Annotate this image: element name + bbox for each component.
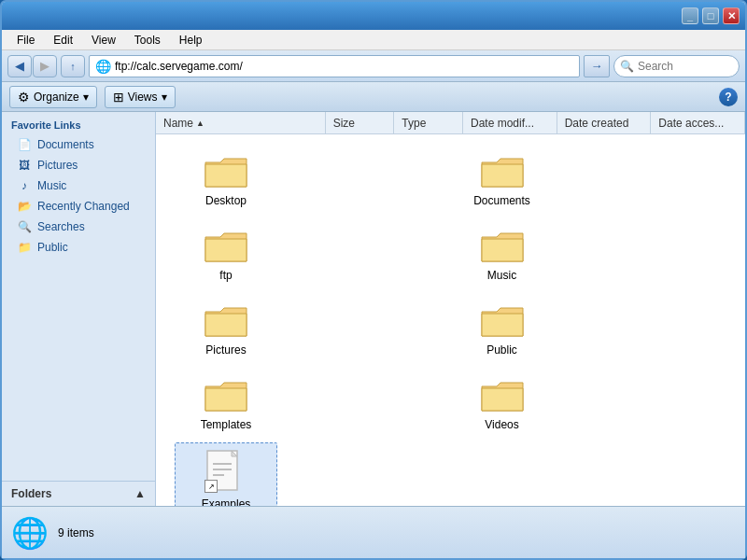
menu-edit[interactable]: Edit bbox=[46, 32, 80, 49]
folder-icon-ftp bbox=[204, 230, 248, 265]
sidebar-item-recently-changed[interactable]: 📂 Recently Changed bbox=[2, 196, 155, 217]
organize-button[interactable]: ⚙ Organize ▾ bbox=[9, 86, 97, 108]
sidebar-label-recently-changed: Recently Changed bbox=[37, 200, 130, 213]
file-label-examples: Examples bbox=[202, 497, 251, 506]
folder-icon-music bbox=[480, 230, 525, 265]
sidebar-item-documents[interactable]: 📄 Documents bbox=[2, 134, 155, 155]
col-header-accessed[interactable]: Date acces... bbox=[651, 112, 745, 133]
search-icon: 🔍 bbox=[620, 60, 634, 73]
public-icon: 📁 bbox=[17, 240, 32, 255]
close-button[interactable]: ✕ bbox=[723, 7, 740, 24]
file-item-public[interactable]: Public bbox=[451, 293, 554, 368]
status-globe-icon: 🌐 bbox=[11, 515, 49, 551]
views-icon: ⊞ bbox=[113, 90, 124, 105]
views-arrow: ▾ bbox=[162, 91, 167, 104]
address-icon: 🌐 bbox=[95, 59, 111, 74]
col-header-modified[interactable]: Date modif... bbox=[463, 112, 557, 133]
folders-label: Folders bbox=[11, 487, 51, 500]
views-label: Views bbox=[128, 91, 158, 104]
file-label-templates: Templates bbox=[201, 418, 252, 431]
sidebar-label-pictures: Pictures bbox=[37, 159, 78, 172]
file-item-ftp[interactable]: ftp bbox=[175, 218, 277, 293]
folder-icon-pictures bbox=[204, 304, 248, 340]
menu-view[interactable]: View bbox=[84, 32, 123, 49]
file-label-pictures: Pictures bbox=[205, 343, 246, 357]
organize-arrow: ▾ bbox=[83, 91, 89, 104]
toolbar: ⚙ Organize ▾ ⊞ Views ▾ ? bbox=[2, 82, 745, 112]
folders-header[interactable]: Folders ▲ bbox=[2, 482, 155, 506]
go-button[interactable]: → bbox=[584, 55, 610, 77]
file-label-ftp: ftp bbox=[219, 269, 232, 282]
views-button[interactable]: ⊞ Views ▾ bbox=[105, 86, 176, 108]
file-item-music[interactable]: Music bbox=[451, 218, 554, 293]
col-header-type[interactable]: Type bbox=[394, 112, 463, 133]
file-label-videos: Videos bbox=[485, 418, 518, 431]
address-text: ftp://calc.servegame.com/ bbox=[115, 60, 243, 73]
file-grid: Desktop Documents bbox=[156, 134, 745, 506]
search-input[interactable] bbox=[638, 60, 731, 73]
file-item-videos[interactable]: Videos bbox=[451, 368, 554, 442]
file-item-pictures[interactable]: Pictures bbox=[175, 293, 277, 368]
col-header-name[interactable]: Name ▲ bbox=[156, 112, 326, 133]
sidebar-label-documents: Documents bbox=[37, 138, 94, 151]
file-label-desktop: Desktop bbox=[205, 194, 247, 207]
menu-help[interactable]: Help bbox=[172, 32, 210, 49]
search-container: 🔍 bbox=[613, 55, 740, 77]
folder-icon-public bbox=[480, 304, 525, 340]
file-area: Name ▲ Size Type Date modif... Date crea… bbox=[156, 112, 745, 506]
menu-tools[interactable]: Tools bbox=[127, 32, 168, 49]
help-button[interactable]: ? bbox=[719, 88, 738, 106]
sidebar-label-searches: Searches bbox=[37, 220, 85, 233]
folder-icon-templates bbox=[204, 379, 248, 414]
status-text: 9 items bbox=[58, 526, 94, 539]
maximize-button[interactable]: □ bbox=[702, 7, 719, 24]
sidebar-item-music[interactable]: ♪ Music bbox=[2, 175, 155, 196]
col-header-size[interactable]: Size bbox=[326, 112, 395, 133]
organize-icon: ⚙ bbox=[18, 90, 30, 105]
title-bar: _ □ ✕ bbox=[2, 2, 745, 30]
file-label-music: Music bbox=[487, 269, 516, 282]
folder-icon-videos bbox=[480, 379, 525, 414]
file-item-examples[interactable]: ↗ Examples bbox=[175, 442, 277, 506]
sidebar: Favorite Links 📄 Documents 🖼 Pictures ♪ … bbox=[2, 112, 156, 506]
file-label-public: Public bbox=[486, 343, 517, 357]
menu-file[interactable]: File bbox=[9, 32, 42, 49]
address-bar: ◀ ▶ ↑ 🌐 ftp://calc.servegame.com/ → 🔍 bbox=[2, 50, 745, 82]
folders-arrow: ▲ bbox=[134, 487, 146, 500]
up-button[interactable]: ↑ bbox=[61, 55, 85, 77]
folders-section: Folders ▲ bbox=[2, 481, 155, 506]
main-window: _ □ ✕ File Edit View Tools Help ◀ ▶ ↑ 🌐 … bbox=[0, 0, 747, 560]
file-item-documents[interactable]: Documents bbox=[451, 144, 554, 218]
sidebar-label-public: Public bbox=[37, 241, 68, 254]
file-item-templates[interactable]: Templates bbox=[175, 368, 277, 442]
status-bar: 🌐 9 items bbox=[2, 506, 745, 558]
music-icon: ♪ bbox=[17, 178, 32, 193]
sidebar-item-pictures[interactable]: 🖼 Pictures bbox=[2, 155, 155, 175]
address-input[interactable]: 🌐 ftp://calc.servegame.com/ bbox=[89, 55, 580, 77]
sidebar-label-music: Music bbox=[37, 179, 66, 192]
file-label-documents: Documents bbox=[473, 194, 530, 207]
sort-arrow-icon: ▲ bbox=[196, 119, 204, 128]
searches-icon: 🔍 bbox=[17, 219, 32, 234]
column-headers: Name ▲ Size Type Date modif... Date crea… bbox=[156, 112, 745, 134]
menu-bar: File Edit View Tools Help bbox=[2, 30, 745, 50]
folder-icon-desktop bbox=[204, 155, 248, 190]
nav-buttons: ◀ ▶ bbox=[7, 55, 57, 77]
organize-label: Organize bbox=[34, 91, 79, 104]
sidebar-section-title: Favorite Links bbox=[2, 112, 155, 134]
main-content: Favorite Links 📄 Documents 🖼 Pictures ♪ … bbox=[2, 112, 745, 506]
shortcut-arrow-icon: ↗ bbox=[204, 480, 218, 493]
recently-changed-icon: 📂 bbox=[17, 199, 32, 214]
col-header-created[interactable]: Date created bbox=[557, 112, 652, 133]
pictures-icon: 🖼 bbox=[17, 158, 32, 173]
file-item-desktop[interactable]: Desktop bbox=[175, 144, 277, 218]
back-button[interactable]: ◀ bbox=[7, 55, 32, 77]
sidebar-item-searches[interactable]: 🔍 Searches bbox=[2, 217, 155, 237]
folder-icon-documents bbox=[480, 155, 525, 190]
sidebar-item-public[interactable]: 📁 Public bbox=[2, 237, 155, 258]
forward-button[interactable]: ▶ bbox=[33, 55, 57, 77]
shortcut-icon-examples: ↗ bbox=[204, 449, 248, 494]
minimize-button[interactable]: _ bbox=[682, 7, 698, 24]
documents-icon: 📄 bbox=[17, 137, 32, 152]
